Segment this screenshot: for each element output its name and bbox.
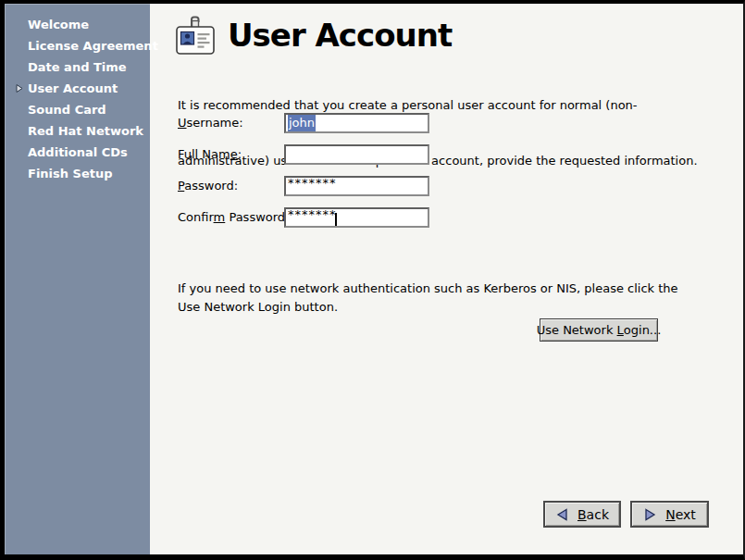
confirm-password-input[interactable]: *******	[284, 207, 429, 228]
full-name-input[interactable]	[284, 144, 429, 165]
masked-password-text: *******	[288, 179, 337, 188]
sidebar-item-date-and-time: Date and Time	[5, 56, 150, 78]
main-panel: User Account It is recommended that you …	[150, 4, 743, 554]
intro-line-1: It is recommended that you create a pers…	[178, 96, 698, 115]
sidebar-item-user-account: User Account	[5, 78, 150, 99]
sidebar-item-label: Red Hat Network	[28, 124, 143, 138]
sidebar-item-label: License Agreement	[28, 39, 158, 53]
sidebar-item-label: Sound Card	[28, 103, 106, 117]
sidebar-item-label: Finish Setup	[28, 167, 113, 180]
next-arrow-icon	[643, 508, 657, 521]
password-input[interactable]: *******	[284, 176, 429, 196]
next-button[interactable]: Next	[630, 501, 709, 528]
intro-line-2: administrative) use. To create a persona…	[178, 152, 698, 170]
current-step-arrow-icon	[16, 84, 23, 93]
selected-text: john	[288, 115, 316, 131]
network-auth-line-1: If you need to use network authenticatio…	[178, 280, 678, 298]
sidebar-item-label: Additional CDs	[28, 145, 128, 159]
full-name-label: Full Name:	[178, 144, 242, 165]
next-button-label: Next	[665, 507, 696, 522]
sidebar-item-label: Welcome	[28, 18, 89, 31]
username-label: Username:	[178, 113, 243, 133]
back-arrow-icon	[555, 508, 569, 521]
use-network-login-button[interactable]: Use Network Login...	[540, 318, 658, 342]
confirm-password-label: Confirm Password:	[178, 207, 289, 228]
page-title: User Account	[228, 19, 452, 55]
network-auth-line-2: Use Network Login button.	[178, 298, 678, 317]
sidebar-item-finish-setup: Finish Setup	[5, 163, 150, 184]
network-auth-text: If you need to use network authenticatio…	[178, 280, 678, 317]
username-input[interactable]: john	[284, 113, 429, 133]
password-label: Password:	[178, 176, 238, 196]
sidebar-item-additional-cds: Additional CDs	[5, 142, 150, 163]
back-button-label: Back	[577, 507, 609, 522]
intro-text: It is recommended that you create a pers…	[178, 59, 698, 207]
id-badge-icon	[173, 15, 217, 58]
back-button[interactable]: Back	[543, 501, 621, 528]
sidebar-item-license-agreement: License Agreement	[5, 35, 150, 56]
sidebar-item-red-hat-network: Red Hat Network	[5, 120, 150, 142]
setup-agent-window: Welcome License Agreement Date and Time …	[0, 0, 745, 560]
sidebar-item-sound-card: Sound Card	[5, 99, 150, 120]
sidebar-item-label: User Account	[28, 81, 118, 95]
page-header: User Account	[173, 15, 452, 58]
text-cursor	[335, 213, 337, 228]
sidebar-item-label: Date and Time	[28, 60, 127, 74]
wizard-step-sidebar: Welcome License Agreement Date and Time …	[5, 4, 150, 554]
masked-password-text: *******	[288, 210, 337, 219]
sidebar-item-welcome: Welcome	[5, 14, 150, 35]
